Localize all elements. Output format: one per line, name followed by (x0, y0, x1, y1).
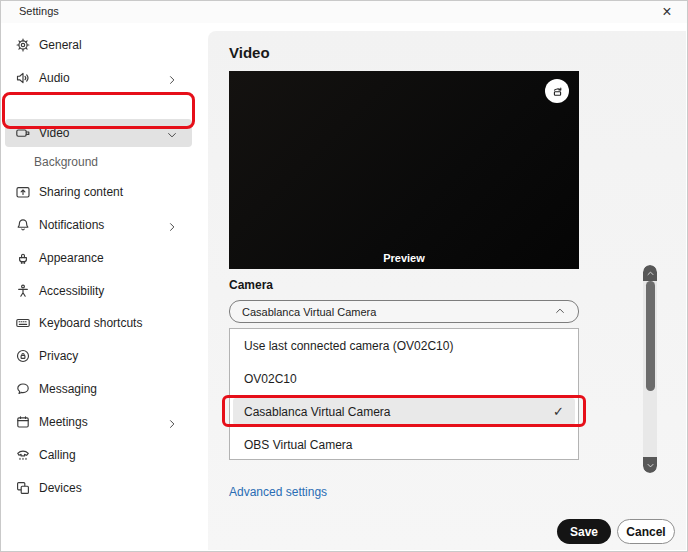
sidebar-item-meetings[interactable]: Meetings (5, 408, 192, 436)
settings-window: Settings × General Audio Video (0, 0, 688, 552)
preview-label: Preview (229, 252, 579, 264)
calendar-icon (15, 414, 31, 430)
sidebar-item-notifications[interactable]: Notifications (5, 211, 192, 239)
camera-field-label: Camera (229, 278, 273, 292)
paintbrush-icon (15, 250, 31, 266)
checkmark-icon: ✓ (553, 404, 564, 419)
chevron-right-icon (166, 72, 178, 84)
flip-camera-icon (550, 84, 565, 99)
camera-preview: Preview (229, 71, 579, 269)
sidebar-item-sharing-content[interactable]: Sharing content (5, 178, 192, 206)
sidebar-item-label: Accessibility (39, 284, 104, 298)
sidebar-item-label: General (39, 38, 82, 52)
sidebar-item-label: Messaging (39, 382, 97, 396)
devices-icon (15, 480, 31, 496)
keyboard-icon (15, 315, 31, 331)
sidebar-item-messaging[interactable]: Messaging (5, 375, 192, 403)
share-screen-icon (15, 184, 31, 200)
sidebar-item-label: Notifications (39, 218, 104, 232)
video-settings-panel: Video Preview Camera Casablanca Virtual … (208, 31, 686, 550)
chat-bubble-icon (15, 381, 31, 397)
camera-select-value: Casablanca Virtual Camera (242, 306, 554, 318)
scrollbar-thumb[interactable] (646, 281, 655, 391)
scrollbar-down-icon[interactable] (643, 457, 657, 473)
sidebar-item-privacy[interactable]: Privacy (5, 342, 192, 370)
bell-icon (15, 217, 31, 233)
chevron-right-icon (166, 219, 178, 231)
cancel-button[interactable]: Cancel (617, 519, 675, 544)
lock-circle-icon (15, 348, 31, 364)
camera-option-use-last-connected[interactable]: Use last connected camera (OV02C10) (230, 329, 578, 362)
gear-icon (15, 37, 31, 53)
sidebar-item-accessibility[interactable]: Accessibility (5, 277, 192, 305)
scrollbar[interactable] (643, 265, 657, 473)
phone-icon (15, 447, 31, 463)
sidebar-item-video[interactable]: Video (5, 119, 192, 147)
sidebar-item-label: Keyboard shortcuts (39, 316, 142, 330)
camera-option-casablanca[interactable]: Casablanca Virtual Camera ✓ (230, 395, 578, 428)
sidebar-item-label: Meetings (39, 415, 88, 429)
window-title: Settings (19, 5, 59, 17)
sidebar-item-label: Appearance (39, 251, 104, 265)
sidebar-item-label: Sharing content (39, 185, 123, 199)
sidebar-item-keyboard-shortcuts[interactable]: Keyboard shortcuts (5, 309, 192, 337)
camera-option-ov02c10[interactable]: OV02C10 (230, 362, 578, 395)
scrollbar-up-icon[interactable] (643, 265, 657, 281)
camera-select[interactable]: Casablanca Virtual Camera (229, 300, 579, 323)
sidebar-item-devices[interactable]: Devices (5, 474, 192, 502)
sidebar-item-label: Audio (39, 71, 70, 85)
sidebar-item-general[interactable]: General (5, 31, 192, 59)
chevron-up-icon (554, 303, 566, 321)
accessibility-person-icon (15, 283, 31, 299)
close-icon[interactable]: × (651, 1, 683, 23)
video-camera-icon (15, 125, 31, 141)
camera-dropdown-list: Use last connected camera (OV02C10) OV02… (229, 328, 579, 460)
sidebar-item-label: Devices (39, 481, 82, 495)
save-button[interactable]: Save (557, 519, 611, 544)
chevron-down-icon (166, 127, 178, 139)
flip-camera-button[interactable] (545, 79, 569, 103)
camera-option-obs[interactable]: OBS Virtual Camera (230, 428, 578, 461)
page-title: Video (229, 44, 270, 61)
titlebar: Settings × (1, 1, 687, 23)
sidebar-item-calling[interactable]: Calling (5, 441, 192, 469)
sidebar-item-background[interactable]: Background (5, 148, 192, 176)
sidebar-item-audio[interactable]: Audio (5, 64, 192, 92)
sidebar-item-label: Privacy (39, 349, 78, 363)
sidebar-item-label: Background (34, 155, 98, 169)
speaker-icon (15, 70, 31, 86)
chevron-right-icon (166, 416, 178, 428)
sidebar: General Audio Video Background (1, 23, 208, 551)
sidebar-item-appearance[interactable]: Appearance (5, 244, 192, 272)
advanced-settings-link[interactable]: Advanced settings (229, 485, 327, 499)
sidebar-item-label: Calling (39, 448, 76, 462)
sidebar-item-label: Video (39, 126, 69, 140)
